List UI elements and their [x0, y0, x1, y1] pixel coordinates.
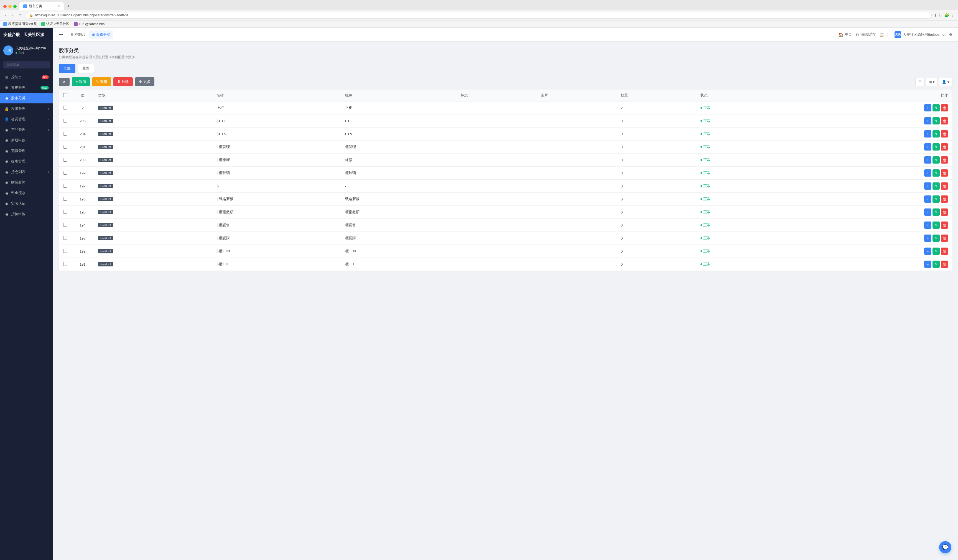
forward-button[interactable]: ›	[10, 13, 15, 18]
address-bar[interactable]: 🔒 https://gupiao103.timibbs.vip/timibbs.…	[26, 12, 932, 19]
row-add-btn-9[interactable]: +	[924, 222, 931, 229]
row-select-3[interactable]	[63, 145, 67, 149]
row-checkbox-10[interactable]	[59, 232, 71, 245]
download-button[interactable]: ⬇	[934, 13, 937, 17]
row-add-btn-6[interactable]: +	[924, 182, 931, 190]
sidebar-search[interactable]	[0, 59, 53, 71]
row-edit-btn-3[interactable]: ✎	[933, 143, 940, 151]
select-all-checkbox[interactable]	[63, 93, 67, 97]
row-add-btn-2[interactable]: +	[924, 130, 931, 138]
row-del-btn-8[interactable]: 🗑	[941, 208, 948, 216]
bookmark-item-0[interactable]: 程序搭建/开发/修复	[3, 22, 37, 26]
row-del-btn-6[interactable]: 🗑	[941, 182, 948, 190]
row-del-btn-12[interactable]: 🗑	[941, 260, 948, 268]
row-del-btn-9[interactable]: 🗑	[941, 222, 948, 229]
clear-cache-button[interactable]: 🗑 清除缓存	[855, 32, 876, 37]
row-checkbox-6[interactable]	[59, 180, 71, 193]
traffic-light-yellow[interactable]	[8, 5, 12, 8]
row-del-btn-4[interactable]: 🗑	[941, 156, 948, 163]
row-edit-btn-2[interactable]: ✎	[933, 130, 940, 138]
row-select-9[interactable]	[63, 223, 67, 227]
row-checkbox-5[interactable]	[59, 167, 71, 180]
sidebar-item-stock-category[interactable]: ◉ 股市分类	[0, 93, 53, 103]
filter-tab-all[interactable]: 全部	[59, 64, 75, 73]
sidebar-item-general[interactable]: ⚙ 常规管理 new	[0, 82, 53, 93]
row-edit-btn-10[interactable]: ✎	[933, 235, 940, 242]
bookmark-item-1[interactable]: 认证->天美社区	[41, 22, 69, 26]
row-add-btn-12[interactable]: +	[924, 260, 931, 268]
row-checkbox-11[interactable]	[59, 245, 71, 258]
delete-button[interactable]: 🗑 删除	[113, 77, 133, 86]
row-checkbox-2[interactable]	[59, 127, 71, 141]
row-del-btn-2[interactable]: 🗑	[941, 130, 948, 138]
filter-tab-stocks[interactable]: 股票	[78, 64, 94, 73]
row-checkbox-8[interactable]	[59, 206, 71, 219]
new-tab-button[interactable]: +	[65, 2, 72, 10]
sidebar-item-discount[interactable]: ◉ 折价申购	[0, 209, 53, 219]
row-select-6[interactable]	[63, 184, 67, 188]
sidebar-item-kyc[interactable]: ◉ 实名认证	[0, 198, 53, 209]
topbar-nav-stock[interactable]: ◉ 股市分类	[89, 30, 113, 39]
row-select-11[interactable]	[63, 249, 67, 253]
refresh-button[interactable]: ↺	[59, 78, 70, 86]
topbar-menu-button[interactable]: ☰	[59, 32, 63, 38]
row-add-btn-4[interactable]: +	[924, 156, 931, 163]
fab-chat-button[interactable]: 💬	[939, 541, 951, 553]
row-del-btn-11[interactable]: 🗑	[941, 247, 948, 255]
row-del-btn-10[interactable]: 🗑	[941, 235, 948, 242]
traffic-light-green[interactable]	[13, 5, 17, 8]
row-select-5[interactable]	[63, 171, 67, 175]
row-select-2[interactable]	[63, 132, 67, 136]
row-del-btn-1[interactable]: 🗑	[941, 117, 948, 124]
row-del-btn-3[interactable]: 🗑	[941, 143, 948, 151]
add-button[interactable]: + 添加	[72, 77, 90, 86]
row-add-btn-1[interactable]: +	[924, 117, 931, 124]
row-edit-btn-5[interactable]: ✎	[933, 170, 940, 177]
sidebar-item-positions[interactable]: ◉ 持仓列表 ‹	[0, 167, 53, 177]
edit-button[interactable]: ✎ 编辑	[92, 77, 111, 86]
sidebar-item-news[interactable]: ◉ 财经新闻	[0, 177, 53, 188]
row-edit-btn-8[interactable]: ✎	[933, 208, 940, 216]
user-filter-button[interactable]: 👤 ▾	[939, 78, 952, 86]
sidebar-item-console[interactable]: ⊞ 控制台 hot	[0, 72, 53, 82]
expand-button[interactable]: ⛶	[887, 32, 891, 37]
row-add-btn-5[interactable]: +	[924, 170, 931, 177]
traffic-light-red[interactable]	[3, 5, 7, 8]
row-edit-btn-11[interactable]: ✎	[933, 247, 940, 255]
sidebar-item-withdraw[interactable]: ◉ 提现管理	[0, 156, 53, 167]
sidebar-item-cashflow[interactable]: ◉ 资金流水	[0, 188, 53, 198]
sidebar-item-ipo[interactable]: ◉ 新股申购	[0, 135, 53, 146]
row-edit-btn-1[interactable]: ✎	[933, 117, 940, 124]
extensions-button[interactable]: 🧩	[944, 13, 949, 17]
grid-view-button[interactable]: ⊞ ▾	[926, 78, 938, 86]
row-add-btn-11[interactable]: +	[924, 247, 931, 255]
sidebar-item-permissions[interactable]: 🔒 权限管理 ‹	[0, 103, 53, 114]
row-edit-btn-9[interactable]: ✎	[933, 222, 940, 229]
row-add-btn-7[interactable]: +	[924, 195, 931, 203]
row-edit-btn-4[interactable]: ✎	[933, 156, 940, 163]
row-checkbox-4[interactable]	[59, 154, 71, 167]
row-select-4[interactable]	[63, 158, 67, 162]
row-checkbox-7[interactable]	[59, 193, 71, 206]
row-checkbox-9[interactable]	[59, 219, 71, 232]
row-select-10[interactable]	[63, 236, 67, 240]
row-checkbox-0[interactable]	[59, 102, 71, 114]
list-view-button[interactable]: ☰	[915, 78, 925, 86]
row-checkbox-3[interactable]	[59, 141, 71, 154]
row-checkbox-12[interactable]	[59, 258, 71, 271]
row-select-0[interactable]	[63, 106, 67, 109]
search-input[interactable]	[3, 61, 50, 68]
browser-tab-active[interactable]: 股市分类 ✕	[19, 2, 64, 10]
reload-button[interactable]: ↺	[17, 13, 24, 18]
tab-close-button[interactable]: ✕	[57, 5, 60, 8]
row-select-8[interactable]	[63, 210, 67, 214]
row-select-1[interactable]	[63, 119, 67, 122]
bookmark-item-2[interactable]: TG: @tianmeibbs	[74, 22, 105, 26]
home-button[interactable]: 🏠 主页	[839, 32, 852, 37]
row-edit-btn-7[interactable]: ✎	[933, 195, 940, 203]
topbar-nav-console[interactable]: ⊞ 控制台	[68, 30, 88, 39]
row-add-btn-10[interactable]: +	[924, 235, 931, 242]
row-del-btn-5[interactable]: 🗑	[941, 170, 948, 177]
settings-button[interactable]: ⚙	[949, 32, 952, 37]
row-add-btn-0[interactable]: +	[924, 104, 931, 111]
